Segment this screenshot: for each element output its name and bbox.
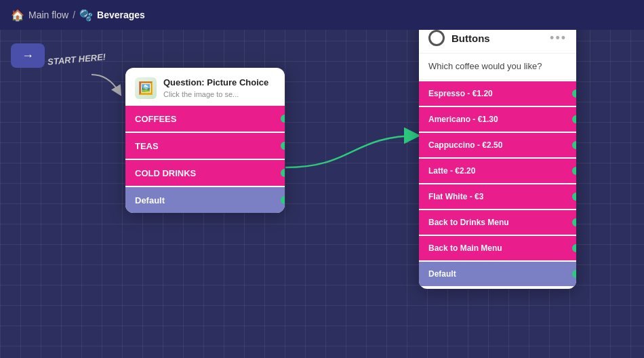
buttons-card-title-row: Buttons bbox=[428, 30, 490, 46]
question-choice-label-1: TEAS bbox=[135, 141, 159, 151]
question-choice-label-0: COFFEES bbox=[135, 114, 176, 124]
question-choice-label-2: COLD DRINKS bbox=[135, 168, 196, 178]
button-option-label-6: Back to Main Menu bbox=[428, 243, 502, 253]
choice-dot-1 bbox=[281, 142, 285, 150]
button-option-label-3: Latte - €2.20 bbox=[428, 166, 475, 176]
choices-list: COFFEESTEASCOLD DRINKSDefault bbox=[125, 106, 285, 213]
question-card: 🖼️ Question: Picture Choice Click the im… bbox=[125, 68, 285, 213]
button-option-3[interactable]: Latte - €2.20 bbox=[419, 159, 576, 183]
button-option-5[interactable]: Back to Drinks Menu bbox=[419, 210, 576, 235]
current-page-label: Beverages bbox=[97, 9, 145, 20]
buttons-card-title: Buttons bbox=[451, 33, 490, 44]
button-option-1[interactable]: Americano - €1.30 bbox=[419, 107, 576, 132]
buttons-list: Espresso - €1.20Americano - €1.30Cappucc… bbox=[419, 81, 576, 289]
question-card-subtitle: Click the image to se... bbox=[163, 90, 268, 98]
buttons-card-circle-icon bbox=[428, 30, 445, 46]
question-choice-0[interactable]: COFFEES bbox=[125, 106, 285, 132]
beverages-icon: 🫧 bbox=[79, 9, 93, 22]
buttons-card: Buttons ••• Which coffee would you like?… bbox=[419, 20, 576, 289]
button-option-2[interactable]: Cappuccino - €2.50 bbox=[419, 133, 576, 157]
choice-dot-2 bbox=[281, 169, 285, 177]
picture-choice-icon: 🖼️ bbox=[135, 77, 157, 99]
button-dot-1 bbox=[572, 115, 576, 123]
button-option-label-4: Flat White - €3 bbox=[428, 192, 483, 201]
choice-dot-3 bbox=[281, 196, 285, 204]
button-option-label-7: Default bbox=[428, 269, 456, 279]
button-dot-5 bbox=[572, 218, 576, 226]
button-dot-2 bbox=[572, 141, 576, 149]
buttons-card-question: Which coffee would you like? bbox=[419, 54, 576, 80]
main-flow-label[interactable]: Main flow bbox=[28, 9, 68, 20]
button-option-label-2: Cappuccino - €2.50 bbox=[428, 140, 502, 150]
question-choice-label-3: Default bbox=[135, 195, 165, 205]
home-icon[interactable]: 🏠 bbox=[11, 9, 24, 22]
button-dot-7 bbox=[572, 270, 576, 278]
button-option-4[interactable]: Flat White - €3 bbox=[419, 184, 576, 209]
button-option-label-5: Back to Drinks Menu bbox=[428, 218, 509, 227]
entry-button[interactable]: → bbox=[11, 43, 45, 68]
button-option-label-1: Americano - €1.30 bbox=[428, 115, 498, 124]
topbar: 🏠 Main flow / 🫧 Beverages bbox=[0, 0, 644, 30]
button-dot-6 bbox=[572, 244, 576, 252]
question-card-header: 🖼️ Question: Picture Choice Click the im… bbox=[125, 68, 285, 106]
button-dot-4 bbox=[572, 193, 576, 201]
start-arrow-decoration bbox=[88, 71, 129, 98]
question-card-title: Question: Picture Choice bbox=[163, 77, 268, 89]
choice-dot-0 bbox=[281, 115, 285, 123]
button-dot-3 bbox=[572, 167, 576, 175]
question-choice-3[interactable]: Default bbox=[125, 187, 285, 213]
start-here-label: START HERE! bbox=[47, 52, 106, 66]
button-option-0[interactable]: Espresso - €1.20 bbox=[419, 81, 576, 106]
question-choice-2[interactable]: COLD DRINKS bbox=[125, 160, 285, 186]
breadcrumb-separator: / bbox=[73, 9, 75, 20]
button-option-6[interactable]: Back to Main Menu bbox=[419, 236, 576, 260]
buttons-card-menu-icon[interactable]: ••• bbox=[550, 31, 567, 45]
entry-arrow-icon: → bbox=[22, 49, 34, 63]
button-option-7[interactable]: Default bbox=[419, 262, 576, 286]
question-choice-1[interactable]: TEAS bbox=[125, 133, 285, 159]
button-dot-0 bbox=[572, 90, 576, 98]
button-option-label-0: Espresso - €1.20 bbox=[428, 89, 493, 98]
